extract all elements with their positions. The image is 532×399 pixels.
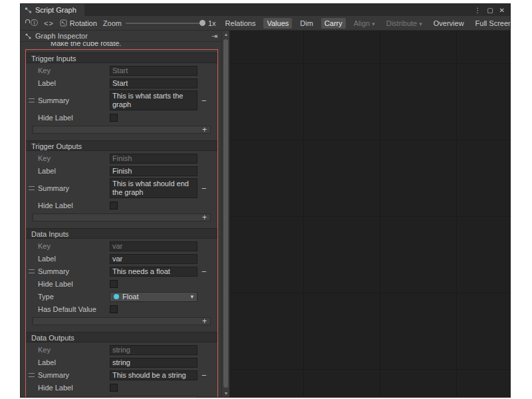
label-row: Label	[26, 165, 217, 177]
chevron-down-icon: ▾	[190, 293, 194, 300]
add-item-button[interactable]: +	[202, 317, 207, 326]
drag-handle-icon[interactable]	[29, 269, 35, 273]
type-value: Float	[122, 293, 138, 301]
drag-handle-icon[interactable]	[29, 98, 35, 102]
type-value: String	[122, 396, 142, 397]
zoom-label: Zoom	[103, 19, 122, 27]
section-title: Data Outputs	[26, 332, 217, 342]
drag-handle-icon[interactable]	[29, 186, 35, 190]
type-dropdown[interactable]: Float ▾	[110, 292, 198, 302]
values-button[interactable]: Values	[263, 18, 292, 29]
info-icon[interactable]: ⓘ	[31, 19, 38, 27]
list-footer: +	[33, 317, 211, 325]
section-data-outputs: Data Outputs Key Label	[26, 332, 217, 397]
key-input	[110, 345, 198, 355]
section-title: Trigger Inputs	[26, 53, 217, 63]
hide-label-checkbox[interactable]	[110, 114, 118, 122]
key-row: Key	[26, 344, 217, 356]
graph-toolbar: ⓘ <> Rotation Zoom 1x Relations Values D…	[21, 16, 510, 31]
has-default-checkbox[interactable]	[110, 305, 118, 313]
window-close-icon[interactable]: ✕	[499, 7, 505, 14]
inspector-title: Graph Inspector	[35, 32, 88, 40]
zoom-slider-knob[interactable]	[200, 20, 205, 26]
tab-bar: Script Graph ⋮ ▢ ✕	[21, 4, 510, 16]
overview-button[interactable]: Overview	[430, 18, 467, 29]
section-trigger-inputs: Trigger Inputs Key Label	[26, 53, 217, 134]
summary-input[interactable]	[110, 267, 198, 277]
remove-item-button[interactable]: −	[201, 184, 207, 193]
remove-item-button[interactable]: −	[201, 371, 207, 380]
hide-label-checkbox[interactable]	[110, 384, 118, 392]
type-dropdown[interactable]: String ▾	[110, 396, 198, 398]
script-graph-window: Script Graph ⋮ ▢ ✕ ⓘ <> Rotation Zoo	[20, 3, 511, 398]
desktop: Script Graph ⋮ ▢ ✕ ⓘ <> Rotation Zoo	[0, 0, 532, 399]
section-trigger-outputs: Trigger Outputs Key Label	[26, 140, 217, 221]
summary-input[interactable]: This is what should end the graph	[110, 178, 198, 198]
inspector-scrollbar[interactable]: ▲ ▼	[221, 31, 229, 397]
fullscreen-button[interactable]: Full Screen	[472, 18, 511, 29]
add-item-button[interactable]: +	[202, 125, 207, 134]
section-title: Data Inputs	[26, 228, 217, 239]
list-footer: +	[33, 213, 211, 221]
key-row: Key	[26, 152, 217, 164]
add-item-button[interactable]: +	[202, 213, 207, 222]
summary-row: Summary This is what starts the graph −	[26, 90, 217, 111]
label-input[interactable]	[110, 166, 198, 176]
graph-canvas[interactable]	[229, 31, 510, 397]
hide-label-row: Hide Label	[26, 112, 217, 124]
label-row: Label	[26, 77, 217, 89]
label-input[interactable]	[110, 254, 198, 264]
distribute-button[interactable]: Distribute▾	[383, 18, 426, 29]
key-input	[110, 241, 198, 251]
float-type-icon	[114, 294, 119, 299]
summary-row: Summary −	[26, 265, 217, 277]
code-icon[interactable]: <>	[44, 19, 54, 27]
section-data-inputs: Data Inputs Key Label	[26, 228, 217, 325]
graph-asset-icon	[60, 19, 67, 27]
hide-label-checkbox[interactable]	[110, 201, 118, 209]
chevron-down-icon: ▾	[372, 21, 375, 27]
summary-input[interactable]	[110, 370, 198, 380]
dim-button[interactable]: Dim	[297, 18, 317, 29]
label-row: Label	[26, 253, 217, 265]
list-footer: +	[33, 126, 211, 134]
inspector-icon	[25, 33, 32, 40]
key-input	[110, 66, 198, 76]
graph-inspector-header: Graph Inspector ⇥	[21, 31, 221, 42]
remove-item-button[interactable]: −	[201, 96, 207, 105]
align-button[interactable]: Align▾	[350, 18, 378, 29]
key-row: Key	[26, 240, 217, 252]
type-row: Type Float ▾	[26, 291, 217, 303]
graph-summary-text: Make the cube rotate.	[51, 42, 221, 47]
scrollbar-thumb[interactable]	[223, 39, 228, 388]
highlight-region: Trigger Inputs Key Label	[25, 49, 218, 397]
zoom-slider[interactable]	[126, 23, 204, 24]
dock-icon[interactable]: ⇥	[211, 32, 217, 41]
summary-row: Summary −	[26, 369, 217, 381]
tab-script-graph[interactable]: Script Graph	[21, 4, 84, 16]
label-input[interactable]	[110, 358, 198, 368]
drag-handle-icon[interactable]	[29, 373, 35, 377]
tab-strip-empty	[84, 4, 474, 16]
has-default-row: Has Default Value	[26, 303, 217, 315]
remove-item-button[interactable]: −	[201, 267, 207, 276]
relations-button[interactable]: Relations	[222, 18, 259, 29]
graph-name: Rotation	[60, 19, 97, 27]
graph-inspector-panel: Graph Inspector ⇥ Make the cube rotate. …	[21, 31, 221, 397]
label-input[interactable]	[110, 78, 198, 88]
tab-title: Script Graph	[35, 6, 76, 14]
summary-input[interactable]: This is what starts the graph	[110, 90, 198, 110]
window-menu-icon[interactable]: ⋮	[474, 7, 481, 14]
hide-label-checkbox[interactable]	[110, 280, 118, 288]
zoom-value: 1x	[208, 19, 216, 27]
hide-label-row: Hide Label	[26, 382, 217, 394]
type-row: Type String ▾	[26, 394, 217, 397]
hide-label-row: Hide Label	[26, 200, 217, 211]
hide-label-row: Hide Label	[26, 278, 217, 290]
label-row: Label	[26, 356, 217, 368]
carry-button[interactable]: Carry	[321, 18, 346, 29]
window-maximize-icon[interactable]: ▢	[487, 7, 493, 14]
key-input	[110, 154, 198, 164]
key-row: Key	[26, 65, 217, 76]
summary-row: Summary This is what should end the grap…	[26, 178, 217, 199]
